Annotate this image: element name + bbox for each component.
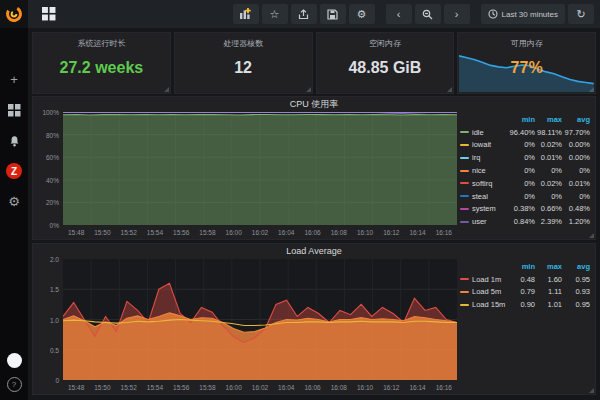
- legend-swatch[interactable]: [460, 157, 469, 159]
- legend-max-value: 98.11%: [535, 128, 562, 137]
- legend-row: iowait0%0.02%0.00%: [460, 139, 590, 152]
- time-forward-button[interactable]: ›: [444, 4, 470, 24]
- x-tick-label: 16:08: [326, 384, 352, 391]
- legend-min-value: 0.38%: [508, 204, 535, 213]
- dashboard-picker-icon[interactable]: [36, 4, 62, 24]
- alerting-bell-icon[interactable]: [5, 132, 23, 150]
- legend-min-value: 0.79: [508, 287, 535, 296]
- legend-row: Load 5m0.791.110.93: [460, 286, 590, 299]
- legend-row: steal0%0%0%: [460, 190, 590, 203]
- legend-series-name[interactable]: Load 1m: [460, 275, 508, 284]
- panel-resize-handle[interactable]: [164, 87, 169, 92]
- load-plot-area[interactable]: [63, 259, 457, 380]
- legend-series-name[interactable]: irq: [460, 153, 508, 162]
- x-tick-label: 16:04: [273, 384, 299, 391]
- legend-avg-value: 0%: [562, 166, 590, 175]
- panel-resize-handle[interactable]: [306, 87, 311, 92]
- legend-row: Load 15m0.901.010.95: [460, 298, 590, 311]
- top-navbar: ☆ ⚙ ‹ › Last 30 minutes ↻: [28, 0, 600, 28]
- legend-series-name[interactable]: Load 5m: [460, 287, 508, 296]
- legend-col-avg: avg: [562, 115, 590, 124]
- legend-avg-value: 97.70%: [562, 128, 590, 137]
- x-tick-label: 15:58: [194, 229, 220, 236]
- y-tick-label: 0.5: [50, 346, 59, 353]
- zabbix-app-icon[interactable]: Z: [6, 163, 22, 179]
- star-button[interactable]: ☆: [262, 4, 288, 24]
- time-range-picker[interactable]: Last 30 minutes: [481, 4, 565, 24]
- stat-title[interactable]: 可用内存: [458, 38, 595, 49]
- legend-avg-value: 0.95: [562, 300, 590, 309]
- user-avatar[interactable]: [7, 353, 22, 368]
- legend-avg-value: 0.01%: [562, 179, 590, 188]
- add-panel-button[interactable]: [233, 4, 259, 24]
- dashboard-settings-button[interactable]: ⚙: [349, 4, 375, 24]
- legend-series-name[interactable]: iowait: [460, 140, 508, 149]
- clock-icon: [488, 9, 498, 19]
- x-tick-label: 15:52: [116, 229, 142, 236]
- x-tick-label: 15:50: [89, 384, 115, 391]
- stat-panel-cores: 处理器核数 12: [174, 32, 313, 94]
- x-tick-label: 16:10: [352, 229, 378, 236]
- help-icon[interactable]: ?: [7, 377, 22, 392]
- legend-avg-value: 0%: [562, 192, 590, 201]
- legend-swatch[interactable]: [460, 182, 469, 184]
- share-button[interactable]: [291, 4, 317, 24]
- stat-title[interactable]: 处理器核数: [175, 38, 312, 49]
- legend-swatch[interactable]: [460, 208, 469, 210]
- legend-max-value: 1.01: [535, 300, 562, 309]
- zoom-out-button[interactable]: [415, 4, 441, 24]
- x-tick-label: 16:04: [273, 229, 299, 236]
- panel-resize-handle[interactable]: [589, 233, 594, 238]
- legend-swatch[interactable]: [460, 131, 469, 133]
- load-y-axis: 2.01.51.00.50: [37, 259, 63, 380]
- legend-series-name[interactable]: nice: [460, 166, 508, 175]
- legend-row: Load 1m0.481.600.95: [460, 273, 590, 286]
- legend-swatch[interactable]: [460, 144, 469, 146]
- x-tick-label: 16:00: [221, 384, 247, 391]
- legend-swatch[interactable]: [460, 278, 469, 280]
- panel-title[interactable]: Load Average: [33, 244, 595, 258]
- legend-swatch[interactable]: [460, 195, 469, 197]
- legend-series-name[interactable]: system: [460, 204, 508, 213]
- x-tick-label: 15:54: [142, 229, 168, 236]
- save-button[interactable]: [320, 4, 346, 24]
- panel-title[interactable]: CPU 使用率: [33, 97, 595, 111]
- y-tick-label: 40%: [46, 176, 59, 183]
- legend-max-value: 2.39%: [535, 217, 562, 226]
- create-plus-icon[interactable]: +: [5, 70, 23, 88]
- legend-max-value: 0.02%: [535, 179, 562, 188]
- dashboards-grid-icon[interactable]: [5, 101, 23, 119]
- configuration-gear-icon[interactable]: ⚙: [5, 192, 23, 210]
- legend-swatch[interactable]: [460, 304, 469, 306]
- panel-resize-handle[interactable]: [447, 87, 452, 92]
- x-tick-label: 16:16: [431, 229, 457, 236]
- x-tick-label: 15:48: [63, 229, 89, 236]
- legend-min-value: 0.90: [508, 300, 535, 309]
- stat-title[interactable]: 系统运行时长: [33, 38, 170, 49]
- legend-avg-value: 0.95: [562, 275, 590, 284]
- legend-series-name[interactable]: steal: [460, 192, 508, 201]
- grafana-logo[interactable]: [0, 0, 28, 28]
- stat-title[interactable]: 空闲内存: [317, 38, 454, 49]
- legend-series-name[interactable]: Load 15m: [460, 300, 508, 309]
- legend-swatch[interactable]: [460, 170, 469, 172]
- x-tick-label: 16:02: [247, 229, 273, 236]
- y-tick-label: 20%: [46, 199, 59, 206]
- cpu-plot-area[interactable]: [63, 112, 457, 225]
- legend-min-value: 0%: [508, 166, 535, 175]
- legend-series-name[interactable]: user: [460, 217, 508, 226]
- x-tick-label: 15:56: [168, 384, 194, 391]
- x-tick-label: 16:12: [378, 384, 404, 391]
- panel-resize-handle[interactable]: [589, 388, 594, 393]
- legend-series-name[interactable]: softirq: [460, 179, 508, 188]
- time-back-button[interactable]: ‹: [386, 4, 412, 24]
- refresh-button[interactable]: ↻: [568, 4, 594, 24]
- legend-swatch[interactable]: [460, 291, 469, 293]
- legend-swatch[interactable]: [460, 221, 469, 223]
- y-tick-label: 1.5: [50, 286, 59, 293]
- legend-max-value: 0%: [535, 166, 562, 175]
- x-tick-label: 15:52: [116, 384, 142, 391]
- legend-row: idle96.40%98.11%97.70%: [460, 126, 590, 139]
- legend-series-name[interactable]: idle: [460, 128, 508, 137]
- x-tick-label: 16:06: [299, 384, 325, 391]
